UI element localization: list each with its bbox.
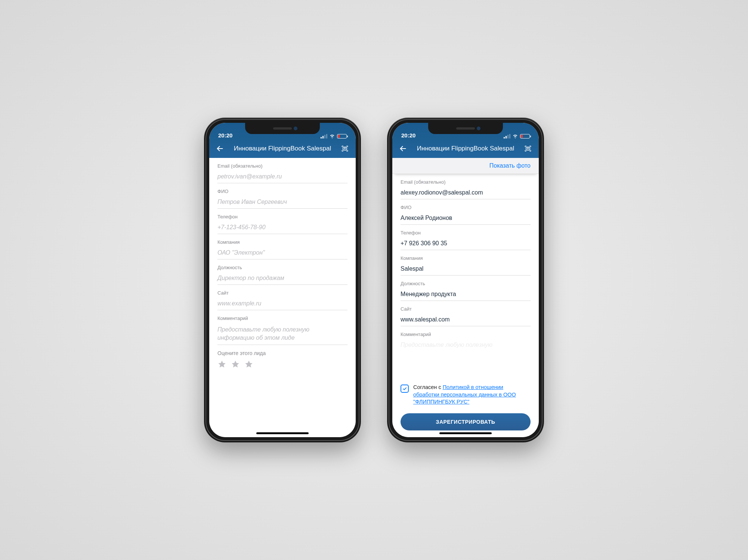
register-button[interactable]: ЗАРЕГИСТРИРОВАТЬ <box>401 413 531 430</box>
consent-row: Согласен с Политикой в отношении обработ… <box>392 384 539 411</box>
wifi-icon <box>329 134 335 139</box>
phone-label: Телефон <box>401 230 531 236</box>
scan-button[interactable] <box>340 144 350 153</box>
comment-input[interactable]: Предоставьте любую полезную <box>401 339 531 348</box>
home-indicator[interactable] <box>439 432 492 434</box>
phone-label: Телефон <box>217 214 347 220</box>
star-icon[interactable] <box>231 360 240 369</box>
rating-label: Оцените этого лида <box>217 350 347 356</box>
battery-icon <box>520 134 530 139</box>
star-icon[interactable] <box>244 360 253 369</box>
cellular-icon <box>321 134 327 139</box>
site-input[interactable]: www.salespal.com <box>401 314 531 326</box>
company-label: Компания <box>401 255 531 261</box>
email-field-group: Email (обязательно) petrov.ivan@example.… <box>217 163 347 183</box>
site-label: Сайт <box>401 306 531 312</box>
consent-checkbox[interactable] <box>401 385 409 393</box>
name-input[interactable]: Алексей Родионов <box>401 212 531 225</box>
company-label: Компания <box>217 239 347 245</box>
phone-mockup-right: 20:20 Инновации FlippingBook Salespal <box>387 118 544 442</box>
email-input[interactable]: alexey.rodionov@salespal.com <box>401 187 531 199</box>
show-photo-button[interactable]: Показать фото <box>392 158 539 174</box>
company-input[interactable]: Salespal <box>401 263 531 276</box>
consent-text: Согласен с Политикой в отношении обработ… <box>413 384 531 406</box>
phone-mockup-left: 20:20 Инновации FlippingBook Salespal <box>204 118 361 442</box>
phone-input[interactable]: +7-123-456-78-90 <box>217 222 347 234</box>
name-label: ФИО <box>401 205 531 210</box>
svg-rect-0 <box>343 147 347 150</box>
name-input[interactable]: Петров Иван Сергеевич <box>217 196 347 209</box>
nav-bar: Инновации FlippingBook Salespal <box>392 139 539 158</box>
battery-icon <box>337 134 347 139</box>
phone-input[interactable]: +7 926 306 90 35 <box>401 238 531 250</box>
status-time: 20:20 <box>401 132 415 139</box>
nav-title: Инновации FlippingBook Salespal <box>229 145 336 152</box>
wifi-icon <box>512 134 518 139</box>
position-input[interactable]: Директор по продажам <box>217 273 347 285</box>
position-label: Должность <box>401 281 531 286</box>
scan-button[interactable] <box>523 144 533 153</box>
back-button[interactable] <box>215 144 225 153</box>
email-label: Email (обязательно) <box>217 163 347 169</box>
comment-input[interactable]: Предоставьте любую полезную информацию о… <box>217 323 347 345</box>
consent-prefix: Согласен с <box>413 384 443 390</box>
email-label: Email (обязательно) <box>401 179 531 185</box>
name-label: ФИО <box>217 189 347 194</box>
company-input[interactable]: ОАО "Электрон" <box>217 247 347 259</box>
svg-rect-1 <box>526 147 530 150</box>
device-notch <box>245 123 320 134</box>
site-input[interactable]: www.example.ru <box>217 298 347 310</box>
comment-label: Комментарий <box>401 332 531 337</box>
status-time: 20:20 <box>218 132 232 139</box>
nav-title: Инновации FlippingBook Salespal <box>412 145 519 152</box>
cellular-icon <box>504 134 510 139</box>
position-label: Должность <box>217 265 347 270</box>
site-label: Сайт <box>217 290 347 296</box>
star-icon[interactable] <box>217 360 226 369</box>
rating-stars[interactable] <box>217 360 347 369</box>
email-input[interactable]: petrov.ivan@example.ru <box>217 171 347 183</box>
position-input[interactable]: Менеджер продукта <box>401 289 531 301</box>
device-notch <box>428 123 503 134</box>
back-button[interactable] <box>398 144 408 153</box>
comment-label: Комментарий <box>217 315 347 321</box>
nav-bar: Инновации FlippingBook Salespal <box>209 139 356 158</box>
home-indicator[interactable] <box>256 432 309 434</box>
